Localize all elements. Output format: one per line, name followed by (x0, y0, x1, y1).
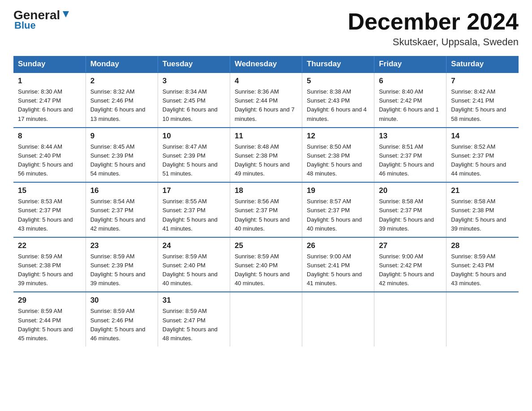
day-cell-13: 13Sunrise: 8:51 AMSunset: 2:37 PMDayligh… (374, 128, 446, 183)
day-info-9: Sunrise: 8:45 AMSunset: 2:39 PMDaylight:… (90, 142, 153, 179)
day-info-14: Sunrise: 8:52 AMSunset: 2:37 PMDaylight:… (451, 142, 514, 179)
col-thursday: Thursday (302, 56, 374, 73)
day-cell-5: 5Sunrise: 8:38 AMSunset: 2:43 PMDaylight… (302, 73, 374, 128)
logo: General Blue (13, 9, 71, 31)
day-info-13: Sunrise: 8:51 AMSunset: 2:37 PMDaylight:… (379, 142, 442, 179)
day-cell-7: 7Sunrise: 8:42 AMSunset: 2:41 PMDaylight… (446, 73, 519, 128)
day-info-17: Sunrise: 8:55 AMSunset: 2:37 PMDaylight:… (163, 197, 225, 233)
day-info-10: Sunrise: 8:47 AMSunset: 2:39 PMDaylight:… (163, 142, 225, 179)
day-info-11: Sunrise: 8:48 AMSunset: 2:38 PMDaylight:… (235, 142, 297, 179)
day-cell-17: 17Sunrise: 8:55 AMSunset: 2:37 PMDayligh… (158, 182, 230, 237)
day-number-23: 23 (90, 241, 153, 250)
day-cell-31: 31Sunrise: 8:59 AMSunset: 2:47 PMDayligh… (158, 292, 230, 347)
day-info-15: Sunrise: 8:53 AMSunset: 2:37 PMDaylight:… (18, 197, 81, 233)
day-info-24: Sunrise: 8:59 AMSunset: 2:40 PMDaylight:… (163, 252, 225, 288)
day-number-15: 15 (18, 186, 81, 195)
day-cell-1: 1Sunrise: 8:30 AMSunset: 2:47 PMDaylight… (13, 73, 86, 128)
day-info-3: Sunrise: 8:34 AMSunset: 2:45 PMDaylight:… (163, 87, 225, 124)
svg-marker-0 (63, 11, 69, 17)
day-cell-21: 21Sunrise: 8:58 AMSunset: 2:38 PMDayligh… (446, 182, 519, 237)
day-number-2: 2 (90, 77, 153, 86)
col-tuesday: Tuesday (158, 56, 230, 73)
day-info-18: Sunrise: 8:56 AMSunset: 2:37 PMDaylight:… (235, 197, 297, 233)
day-cell-8: 8Sunrise: 8:44 AMSunset: 2:40 PMDaylight… (13, 128, 86, 183)
day-number-19: 19 (307, 186, 369, 195)
day-number-29: 29 (18, 296, 81, 305)
day-cell-12: 12Sunrise: 8:50 AMSunset: 2:38 PMDayligh… (302, 128, 374, 183)
day-number-25: 25 (235, 241, 297, 250)
day-number-22: 22 (18, 241, 81, 250)
logo-blue: Blue (14, 20, 36, 31)
day-info-22: Sunrise: 8:59 AMSunset: 2:38 PMDaylight:… (18, 252, 81, 288)
day-cell-29: 29Sunrise: 8:59 AMSunset: 2:44 PMDayligh… (13, 292, 86, 347)
day-info-6: Sunrise: 8:40 AMSunset: 2:42 PMDaylight:… (379, 87, 442, 124)
empty-cell (230, 292, 302, 347)
page-header: General Blue December 2024 Skutskaer, Up… (13, 9, 519, 48)
day-info-30: Sunrise: 8:59 AMSunset: 2:46 PMDaylight:… (90, 307, 153, 343)
col-sunday: Sunday (13, 56, 86, 73)
col-friday: Friday (374, 56, 446, 73)
week-row-4: 22Sunrise: 8:59 AMSunset: 2:38 PMDayligh… (13, 237, 519, 292)
day-cell-28: 28Sunrise: 8:59 AMSunset: 2:43 PMDayligh… (446, 237, 519, 292)
day-cell-11: 11Sunrise: 8:48 AMSunset: 2:38 PMDayligh… (230, 128, 302, 183)
day-info-25: Sunrise: 8:59 AMSunset: 2:40 PMDaylight:… (235, 252, 297, 288)
day-cell-10: 10Sunrise: 8:47 AMSunset: 2:39 PMDayligh… (158, 128, 230, 183)
day-info-26: Sunrise: 9:00 AMSunset: 2:41 PMDaylight:… (307, 252, 369, 288)
calendar-header-row: Sunday Monday Tuesday Wednesday Thursday… (13, 56, 519, 73)
logo-triangle-icon (61, 9, 71, 19)
day-cell-24: 24Sunrise: 8:59 AMSunset: 2:40 PMDayligh… (158, 237, 230, 292)
week-row-3: 15Sunrise: 8:53 AMSunset: 2:37 PMDayligh… (13, 182, 519, 237)
day-cell-15: 15Sunrise: 8:53 AMSunset: 2:37 PMDayligh… (13, 182, 86, 237)
month-title: December 2024 (348, 9, 519, 34)
title-block: December 2024 Skutskaer, Uppsala, Sweden (348, 9, 519, 48)
day-cell-16: 16Sunrise: 8:54 AMSunset: 2:37 PMDayligh… (86, 182, 158, 237)
empty-cell (446, 292, 519, 347)
week-row-1: 1Sunrise: 8:30 AMSunset: 2:47 PMDaylight… (13, 73, 519, 128)
day-number-13: 13 (379, 132, 442, 141)
day-number-5: 5 (307, 77, 369, 86)
day-cell-23: 23Sunrise: 8:59 AMSunset: 2:39 PMDayligh… (86, 237, 158, 292)
week-row-2: 8Sunrise: 8:44 AMSunset: 2:40 PMDaylight… (13, 128, 519, 183)
day-info-12: Sunrise: 8:50 AMSunset: 2:38 PMDaylight:… (307, 142, 369, 179)
day-info-8: Sunrise: 8:44 AMSunset: 2:40 PMDaylight:… (18, 142, 81, 179)
week-row-5: 29Sunrise: 8:59 AMSunset: 2:44 PMDayligh… (13, 292, 519, 347)
day-info-1: Sunrise: 8:30 AMSunset: 2:47 PMDaylight:… (18, 87, 81, 124)
day-number-14: 14 (451, 132, 514, 141)
day-cell-14: 14Sunrise: 8:52 AMSunset: 2:37 PMDayligh… (446, 128, 519, 183)
day-info-29: Sunrise: 8:59 AMSunset: 2:44 PMDaylight:… (18, 307, 81, 343)
location: Skutskaer, Uppsala, Sweden (348, 36, 519, 48)
day-cell-2: 2Sunrise: 8:32 AMSunset: 2:46 PMDaylight… (86, 73, 158, 128)
day-cell-18: 18Sunrise: 8:56 AMSunset: 2:37 PMDayligh… (230, 182, 302, 237)
day-number-27: 27 (379, 241, 442, 250)
day-number-10: 10 (163, 132, 225, 141)
day-number-24: 24 (163, 241, 225, 250)
day-info-23: Sunrise: 8:59 AMSunset: 2:39 PMDaylight:… (90, 252, 153, 288)
calendar-table: Sunday Monday Tuesday Wednesday Thursday… (13, 56, 519, 347)
day-info-21: Sunrise: 8:58 AMSunset: 2:38 PMDaylight:… (451, 197, 514, 233)
day-number-3: 3 (163, 77, 225, 86)
day-info-16: Sunrise: 8:54 AMSunset: 2:37 PMDaylight:… (90, 197, 153, 233)
day-cell-25: 25Sunrise: 8:59 AMSunset: 2:40 PMDayligh… (230, 237, 302, 292)
day-cell-4: 4Sunrise: 8:36 AMSunset: 2:44 PMDaylight… (230, 73, 302, 128)
day-number-21: 21 (451, 186, 514, 195)
day-cell-26: 26Sunrise: 9:00 AMSunset: 2:41 PMDayligh… (302, 237, 374, 292)
col-wednesday: Wednesday (230, 56, 302, 73)
day-cell-20: 20Sunrise: 8:58 AMSunset: 2:37 PMDayligh… (374, 182, 446, 237)
day-number-28: 28 (451, 241, 514, 250)
day-number-18: 18 (235, 186, 297, 195)
day-number-6: 6 (379, 77, 442, 86)
day-number-1: 1 (18, 77, 81, 86)
day-number-16: 16 (90, 186, 153, 195)
day-info-28: Sunrise: 8:59 AMSunset: 2:43 PMDaylight:… (451, 252, 514, 288)
day-number-8: 8 (18, 132, 81, 141)
day-number-26: 26 (307, 241, 369, 250)
day-number-20: 20 (379, 186, 442, 195)
col-saturday: Saturday (446, 56, 519, 73)
empty-cell (302, 292, 374, 347)
day-number-12: 12 (307, 132, 369, 141)
day-info-19: Sunrise: 8:57 AMSunset: 2:37 PMDaylight:… (307, 197, 369, 233)
day-cell-30: 30Sunrise: 8:59 AMSunset: 2:46 PMDayligh… (86, 292, 158, 347)
day-number-9: 9 (90, 132, 153, 141)
day-cell-6: 6Sunrise: 8:40 AMSunset: 2:42 PMDaylight… (374, 73, 446, 128)
day-info-5: Sunrise: 8:38 AMSunset: 2:43 PMDaylight:… (307, 87, 369, 124)
